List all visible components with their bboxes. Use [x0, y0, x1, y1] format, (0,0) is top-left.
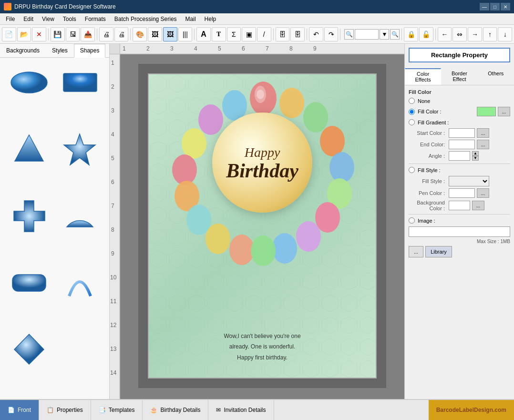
db-btn[interactable]: 🗄	[276, 27, 290, 41]
shapes-grid	[0, 58, 109, 399]
properties-icon: 📋	[47, 407, 54, 413]
fill-gradient-radio[interactable]	[409, 119, 415, 125]
menu-view[interactable]: View	[38, 15, 58, 23]
image-btn[interactable]: 🖼	[148, 27, 162, 41]
minimize-button[interactable]: —	[480, 3, 489, 10]
bg-color-box[interactable]	[449, 201, 470, 210]
image-library-btn[interactable]: Library	[425, 246, 452, 257]
maximize-button[interactable]: □	[490, 3, 500, 10]
fill-color-radio[interactable]	[409, 109, 415, 115]
color-btn[interactable]: 🎨	[133, 27, 147, 41]
image-url-input[interactable]	[409, 226, 510, 237]
nav-fwd-btn[interactable]: →	[468, 27, 482, 41]
shape-arc[interactable]	[57, 264, 104, 302]
fill-color-box[interactable]	[477, 107, 496, 116]
tab-others[interactable]: Others	[478, 68, 514, 85]
tab-birthday-details[interactable]: 🎂 Birthday Details	[143, 400, 208, 420]
menu-file[interactable]: File	[2, 15, 19, 23]
close-button[interactable]: ✕	[501, 3, 510, 10]
unlock-btn[interactable]: 🔓	[419, 27, 433, 41]
tab-front[interactable]: 📄 Front	[0, 400, 39, 420]
zoom-out-btn[interactable]: 🔍	[390, 29, 400, 40]
image-browse-btn[interactable]: ...	[409, 246, 423, 257]
pen-color-input[interactable]	[449, 188, 475, 198]
save-button[interactable]: 🖫	[66, 27, 80, 41]
tab-backgrounds[interactable]: Backgrounds	[0, 44, 46, 57]
close-doc-button[interactable]: ✕	[32, 27, 46, 41]
zoom-in-btn[interactable]: 🔍	[344, 29, 354, 40]
bg-color-browse[interactable]: ...	[472, 201, 484, 210]
image-radio[interactable]	[409, 217, 415, 224]
front-icon: 📄	[8, 407, 15, 413]
undo-btn[interactable]: ↶	[309, 27, 323, 41]
open-button[interactable]: 📂	[17, 27, 31, 41]
tab-templates[interactable]: 📑 Templates	[91, 400, 143, 420]
shape-triangle[interactable]	[6, 130, 53, 168]
nav-align-btn[interactable]: ⇔	[452, 27, 467, 41]
new-button[interactable]: 📄	[2, 27, 16, 41]
shape-rectangle[interactable]	[57, 63, 104, 102]
shape-star[interactable]	[57, 130, 104, 168]
tab-properties[interactable]: 📋 Properties	[39, 400, 91, 420]
nav-down-btn[interactable]: ↓	[498, 27, 512, 41]
zoom-input[interactable]: 200%	[355, 29, 379, 40]
redo-btn[interactable]: ↷	[324, 27, 339, 41]
menu-edit[interactable]: Edit	[20, 15, 37, 23]
app-icon	[4, 3, 11, 10]
pen-btn[interactable]: /	[257, 27, 271, 41]
shape-diamond[interactable]	[6, 330, 53, 369]
fill-color-section: Fill Color	[409, 89, 510, 95]
zoom-dropdown-btn[interactable]: ▼	[380, 29, 389, 40]
end-color-input[interactable]	[449, 140, 475, 149]
nav-up-btn[interactable]: ↑	[483, 27, 497, 41]
text2-btn[interactable]: 𝐓	[212, 27, 226, 41]
templates-label: Templates	[109, 407, 135, 413]
angle-up[interactable]: ▲	[472, 151, 479, 156]
shape-cross[interactable]	[6, 197, 53, 235]
text-btn[interactable]: A	[196, 27, 211, 41]
none-radio[interactable]	[409, 98, 415, 104]
nav-back-btn[interactable]: ←	[438, 27, 452, 41]
image2-btn[interactable]: ▣	[242, 27, 256, 41]
toolbar: 📄 📂 ✕ 💾 🖫 📥 🖨 🖨 🎨 🖼 🖼 ||| A 𝐓 Σ ▣ / 🗄 🗄 …	[0, 25, 514, 44]
svg-point-42	[172, 154, 197, 185]
print-preview-button[interactable]: 🖨	[114, 27, 129, 41]
invitation-label: Invitation Details	[224, 407, 266, 413]
shape-ellipse[interactable]	[6, 63, 53, 102]
menu-tools[interactable]: Tools	[59, 15, 80, 23]
tab-styles[interactable]: Styles	[46, 44, 74, 57]
separator-5	[273, 29, 274, 40]
menu-mail[interactable]: Mail	[182, 15, 200, 23]
svg-text:4: 4	[111, 131, 114, 138]
menu-help[interactable]: Help	[201, 15, 220, 23]
print-button[interactable]: 🖨	[99, 27, 113, 41]
fill-color-browse[interactable]: ...	[498, 107, 510, 116]
fill-style-select[interactable]	[449, 176, 489, 186]
barcode-btn[interactable]: |||	[178, 27, 193, 41]
picture-btn[interactable]: 🖼	[163, 27, 177, 41]
start-color-input[interactable]	[449, 128, 475, 138]
tab-border-effect[interactable]: Border Effect	[441, 68, 477, 85]
start-color-browse[interactable]: ...	[477, 128, 489, 138]
shape-half-circle[interactable]	[57, 197, 104, 235]
import-button[interactable]: 📥	[81, 27, 95, 41]
tab-color-effects[interactable]: Color Effects	[405, 68, 441, 85]
end-color-browse[interactable]: ...	[477, 140, 489, 149]
menu-formats[interactable]: Formats	[81, 15, 110, 23]
menu-batch[interactable]: Batch Processing Series	[111, 15, 181, 23]
angle-input[interactable]: 0	[449, 151, 470, 161]
tab-shapes[interactable]: Shapes	[74, 44, 106, 58]
shape-rounded-rect[interactable]	[6, 264, 53, 302]
save-all-button[interactable]: 💾	[51, 27, 65, 41]
angle-down[interactable]: ▼	[472, 156, 479, 161]
properties-label: Properties	[57, 407, 83, 413]
lock-btn[interactable]: 🔒	[404, 27, 418, 41]
db2-btn[interactable]: 🗄	[290, 27, 305, 41]
symbol-btn[interactable]: Σ	[227, 27, 241, 41]
tab-invitation-details[interactable]: ✉ Invitation Details	[208, 400, 274, 420]
pen-color-browse[interactable]: ...	[477, 188, 489, 198]
svg-text:1: 1	[111, 60, 114, 66]
svg-point-50	[229, 235, 254, 265]
svg-text:11: 11	[110, 298, 117, 305]
fill-style-radio[interactable]	[409, 167, 415, 173]
